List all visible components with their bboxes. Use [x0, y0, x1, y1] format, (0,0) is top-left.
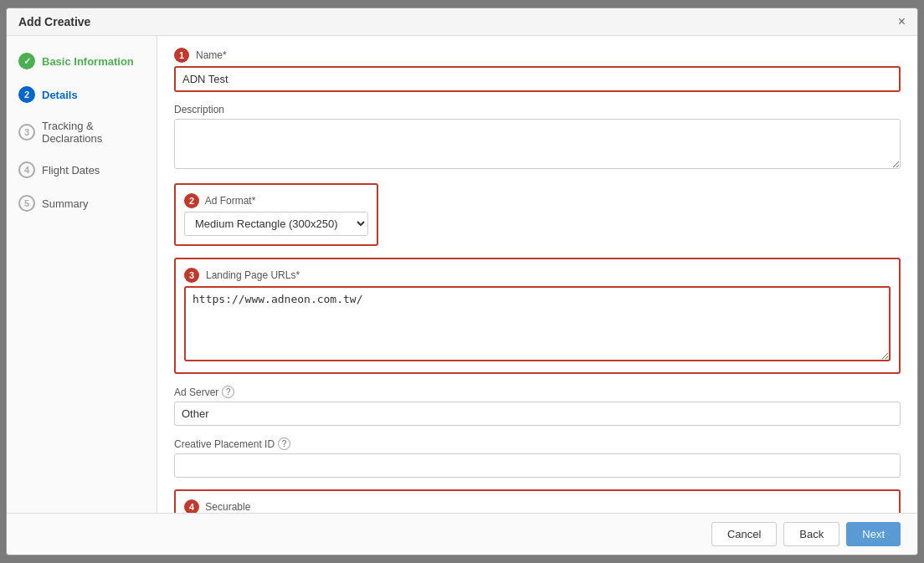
step-circle-3: 3: [18, 124, 35, 141]
ad-server-input[interactable]: [174, 402, 901, 426]
ad-format-select[interactable]: Medium Rectangle (300x250) Leaderboard (…: [184, 212, 368, 236]
creative-placement-label: Creative Placement ID ?: [174, 438, 901, 450]
securable-badge: 4: [184, 499, 199, 513]
modal-overlay: Add Creative × ✓ Basic Information 2 Det…: [0, 0, 924, 563]
ad-format-label: 2 Ad Format*: [184, 193, 368, 208]
ad-server-help-icon[interactable]: ?: [222, 386, 234, 398]
next-button[interactable]: Next: [846, 522, 901, 546]
modal-header: Add Creative ×: [7, 8, 917, 36]
ad-format-section: 2 Ad Format* Medium Rectangle (300x250) …: [174, 183, 378, 246]
cancel-button[interactable]: Cancel: [711, 522, 777, 546]
sidebar-item-basic-information[interactable]: ✓ Basic Information: [7, 44, 157, 78]
back-button[interactable]: Back: [783, 522, 839, 546]
modal-title: Add Creative: [18, 15, 90, 28]
sidebar-label-tracking: Tracking & Declarations: [42, 120, 145, 145]
step-circle-4: 4: [18, 161, 35, 178]
step-number-3: 3: [24, 127, 29, 137]
checkmark-icon: ✓: [23, 56, 31, 67]
name-badge: 1: [174, 48, 189, 63]
description-row: Description: [174, 104, 901, 171]
step-number-5: 5: [24, 198, 29, 208]
description-label: Description: [174, 104, 901, 115]
sidebar-label-details: Details: [42, 89, 78, 101]
sidebar-label-summary: Summary: [42, 197, 89, 210]
step-circle-2: 2: [18, 86, 35, 103]
sidebar-item-flight-dates[interactable]: 4 Flight Dates: [7, 153, 157, 187]
step-circle-5: 5: [18, 195, 35, 212]
sidebar-item-tracking[interactable]: 3 Tracking & Declarations: [7, 111, 157, 153]
sidebar-item-details[interactable]: 2 Details: [7, 78, 157, 111]
landing-page-label: 3 Landing Page URLs*: [184, 268, 891, 283]
main-content: 1 Name* Description 2 Ad Forma: [157, 36, 917, 513]
creative-placement-input[interactable]: [174, 453, 901, 478]
sidebar-label-flight-dates: Flight Dates: [42, 164, 100, 177]
creative-placement-help-icon[interactable]: ?: [278, 438, 290, 450]
ad-format-badge: 2: [184, 193, 199, 208]
modal-footer: Cancel Back Next: [7, 513, 917, 555]
ad-server-row: Ad Server ?: [174, 386, 901, 426]
modal-close-button[interactable]: ×: [898, 15, 906, 28]
landing-badge: 3: [184, 268, 199, 283]
landing-page-input[interactable]: https://www.adneon.com.tw/: [184, 286, 891, 361]
step-circle-1: ✓: [18, 53, 35, 69]
ad-server-label: Ad Server ?: [174, 386, 901, 398]
step-number-4: 4: [24, 165, 29, 175]
step-number-2: 2: [24, 90, 29, 100]
name-input[interactable]: [174, 66, 901, 92]
modal-body: ✓ Basic Information 2 Details 3 Tracking…: [7, 36, 917, 513]
sidebar-label-basic-information: Basic Information: [42, 55, 134, 68]
add-creative-modal: Add Creative × ✓ Basic Information 2 Det…: [6, 8, 918, 555]
description-input[interactable]: [174, 119, 901, 169]
creative-placement-row: Creative Placement ID ?: [174, 438, 901, 478]
sidebar-item-summary[interactable]: 5 Summary: [7, 187, 157, 220]
name-label: 1 Name*: [174, 48, 901, 63]
name-row: 1 Name*: [174, 48, 901, 92]
sidebar: ✓ Basic Information 2 Details 3 Tracking…: [7, 36, 157, 513]
landing-page-section: 3 Landing Page URLs* https://www.adneon.…: [174, 258, 901, 374]
securable-section: 4 Securable This creative may be served …: [174, 489, 901, 513]
securable-title: 4 Securable: [184, 499, 891, 513]
